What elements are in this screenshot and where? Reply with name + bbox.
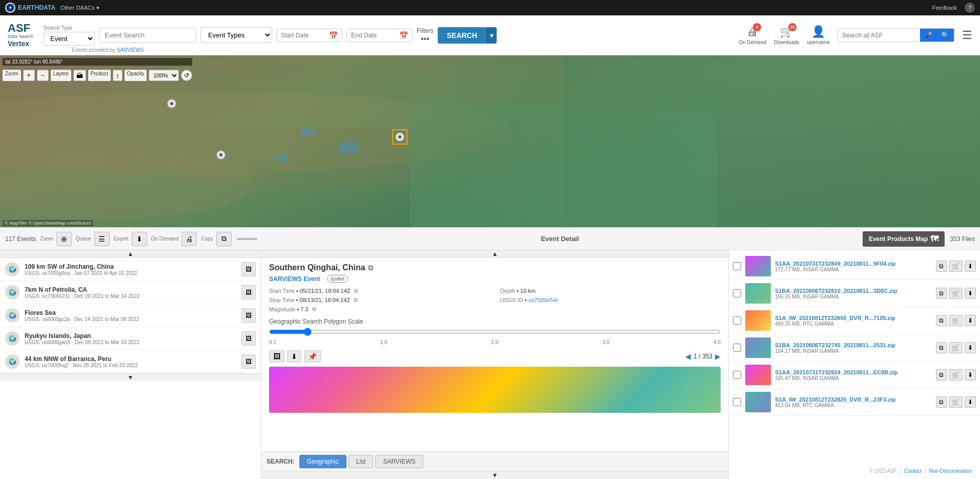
- event-products-map-button[interactable]: Event Products Map 🗺: [863, 231, 945, 247]
- start-date-input[interactable]: [281, 32, 327, 39]
- event-types-select[interactable]: Event Types: [200, 27, 272, 43]
- file-copy-button[interactable]: ⧉: [936, 396, 947, 408]
- start-date-calendar-icon[interactable]: 📅: [329, 31, 338, 39]
- resize-handle[interactable]: [237, 238, 257, 240]
- file-copy-button[interactable]: ⧉: [936, 261, 947, 272]
- file-download-button[interactable]: ⬇: [965, 261, 976, 272]
- file-cart-button[interactable]: 🛒: [949, 342, 963, 353]
- search-global-button[interactable]: 🔍: [937, 29, 954, 42]
- tab-geographic[interactable]: Geographic: [299, 455, 346, 468]
- map-container[interactable]: lat 33.9282° lon 90.8486° Zoom + − Layer…: [0, 55, 980, 227]
- stop-time-value: 08/13/21, 18:04:14Z: [300, 297, 350, 303]
- queue-button[interactable]: ☰: [94, 232, 110, 246]
- event-thumb-button[interactable]: 🖼: [241, 262, 256, 276]
- scale-tick-max: 4.0: [713, 340, 721, 345]
- on-demand-toolbar-button[interactable]: 🖨: [181, 232, 197, 246]
- zoom-out-button[interactable]: −: [37, 70, 49, 81]
- file-checkbox[interactable]: [733, 371, 741, 379]
- file-download-button[interactable]: ⬇: [965, 369, 976, 381]
- zoom-in-button[interactable]: +: [23, 70, 35, 81]
- search-type-select[interactable]: Event: [44, 32, 95, 46]
- contact-link[interactable]: Contact: [904, 468, 922, 474]
- on-demand-button[interactable]: 🖨 0 On Demand: [739, 25, 766, 45]
- event-list-item[interactable]: 🌍 Flores Sea USGS: us6000gc2a · Dec 14 2…: [0, 304, 261, 327]
- filters-dots-icon: •••: [421, 34, 430, 44]
- file-download-button[interactable]: ⬇: [965, 315, 976, 326]
- filters-button[interactable]: Filters •••: [417, 27, 434, 44]
- geo-scale-slider[interactable]: [269, 328, 721, 336]
- detail-copy-icon[interactable]: ⧉: [368, 264, 373, 272]
- file-copy-button[interactable]: ⧉: [936, 315, 947, 326]
- sarviews-event-link[interactable]: SARVIEWS Event: [269, 275, 320, 283]
- detail-scroll-up[interactable]: ▲: [261, 250, 728, 258]
- file-cart-button[interactable]: 🛒: [949, 315, 963, 326]
- file-cart-button[interactable]: 🛒: [949, 369, 963, 381]
- event-list-item[interactable]: 🌍 Ryukyu Islands, Japan USGS: us6000gaq5…: [0, 327, 261, 350]
- list-scroll-down[interactable]: ▼: [0, 373, 261, 381]
- copy-label: Copy: [201, 236, 213, 242]
- event-thumb-button[interactable]: 🖼: [241, 308, 256, 323]
- non-discrimination-link[interactable]: Non-Discrimination: [929, 468, 972, 474]
- tab-sarviews[interactable]: SARVIEWS: [375, 455, 423, 468]
- zoom-toolbar-button[interactable]: ⊕: [56, 232, 72, 246]
- event-thumb-button[interactable]: 🖼: [241, 354, 256, 369]
- file-copy-button[interactable]: ⧉: [936, 288, 947, 299]
- file-download-button[interactable]: ⬇: [965, 342, 976, 353]
- detail-next-button[interactable]: ▶: [715, 352, 721, 361]
- search-mic-button[interactable]: 🎤: [920, 29, 937, 42]
- end-date-calendar-icon[interactable]: 📅: [399, 31, 408, 39]
- stop-time-settings-icon[interactable]: ⚙: [353, 297, 358, 303]
- hamburger-menu-button[interactable]: ☰: [962, 29, 972, 42]
- other-daacs-button[interactable]: Other DAACs ▾: [60, 5, 99, 11]
- start-time-settings-icon[interactable]: ⚙: [354, 288, 359, 294]
- list-scroll-up[interactable]: ▲: [0, 250, 261, 258]
- detail-pin-button[interactable]: 📌: [304, 350, 321, 363]
- downloads-button[interactable]: 🛒 95 Downloads: [774, 25, 799, 45]
- file-checkbox[interactable]: [733, 344, 741, 352]
- file-checkbox[interactable]: [733, 262, 741, 270]
- file-cart-button[interactable]: 🛒: [949, 261, 963, 272]
- geo-scale-slider-wrap[interactable]: [269, 328, 721, 337]
- file-copy-button[interactable]: ⧉: [936, 369, 947, 381]
- help-icon[interactable]: ?: [965, 3, 975, 13]
- selected-event-marker[interactable]: [392, 129, 407, 145]
- global-search-input[interactable]: [838, 29, 920, 42]
- opacity-select[interactable]: 100%: [149, 70, 179, 81]
- map-marker-1[interactable]: [167, 98, 177, 109]
- copy-button[interactable]: ⧉: [216, 232, 232, 246]
- feedback-button[interactable]: Feedback: [932, 5, 957, 11]
- tab-list[interactable]: List: [349, 455, 374, 468]
- file-cart-button[interactable]: 🛒: [949, 396, 963, 408]
- detail-download-button[interactable]: ⬇: [287, 350, 301, 363]
- search-button[interactable]: SEARCH: [438, 27, 486, 44]
- file-download-button[interactable]: ⬇: [965, 396, 976, 408]
- event-list-item[interactable]: 🌍 109 km SW of Jinchang, China USGS: us7…: [0, 258, 261, 281]
- event-thumb-button[interactable]: 🖼: [241, 285, 256, 300]
- export-button[interactable]: ⬇: [132, 232, 147, 246]
- user-button[interactable]: 👤 username: [807, 25, 830, 45]
- product-button[interactable]: ↕: [113, 70, 122, 81]
- search-dropdown-button[interactable]: ▾: [486, 27, 497, 44]
- layers-button[interactable]: 🏔: [73, 70, 86, 81]
- detail-image-button[interactable]: 🖼: [269, 350, 284, 363]
- file-checkbox[interactable]: [733, 398, 741, 406]
- resize-handle-bar[interactable]: [237, 238, 257, 240]
- rotate-button[interactable]: ↺: [181, 70, 192, 81]
- file-checkbox[interactable]: [733, 316, 741, 325]
- map-marker-2[interactable]: [216, 150, 226, 160]
- detail-scroll-down[interactable]: ▼: [261, 471, 728, 479]
- file-checkbox[interactable]: [733, 289, 741, 297]
- usgs-id-field: USGS ID • us7000e54r: [500, 297, 721, 304]
- usgs-id-value[interactable]: us7000e54r: [528, 297, 558, 303]
- end-date-input[interactable]: [351, 32, 397, 39]
- file-cart-button[interactable]: 🛒: [949, 288, 963, 299]
- magnitude-settings-icon[interactable]: ⚙: [312, 306, 317, 312]
- sarviews-link[interactable]: SARVIEWS: [117, 47, 144, 53]
- event-list-item[interactable]: 🌍 7km N of Petrolia, CA USGS: nc73666231…: [0, 281, 261, 304]
- event-thumb-button[interactable]: 🖼: [241, 331, 256, 346]
- file-download-button[interactable]: ⬇: [965, 288, 976, 299]
- event-search-input[interactable]: [99, 28, 196, 43]
- file-copy-button[interactable]: ⧉: [936, 342, 947, 353]
- event-list-item[interactable]: 🌍 44 km NNW of Barranca, Peru USGS: us70…: [0, 350, 261, 373]
- detail-prev-button[interactable]: ◀: [685, 352, 691, 361]
